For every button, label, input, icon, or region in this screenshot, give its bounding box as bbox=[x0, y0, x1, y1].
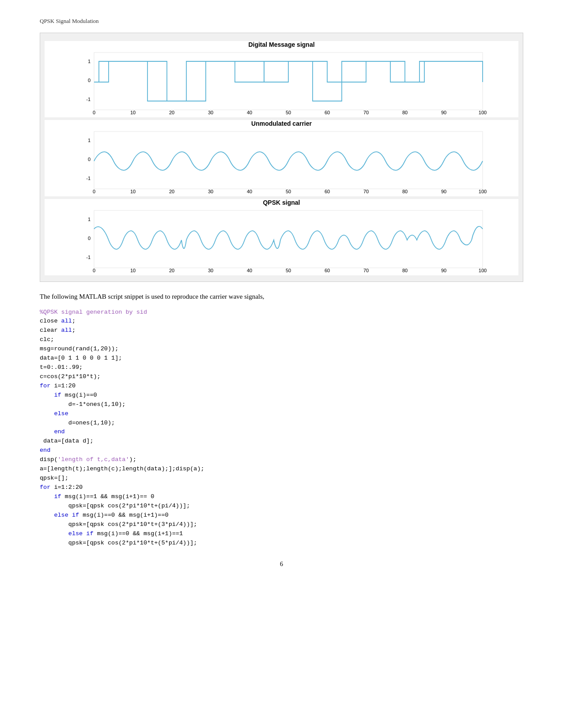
code-line: data=[data d]; bbox=[40, 437, 523, 446]
svg-text:0: 0 bbox=[92, 189, 95, 194]
svg-text:0: 0 bbox=[87, 157, 90, 162]
svg-text:20: 20 bbox=[169, 110, 174, 115]
code-line: else if msg(i)==0 && msg(i+1)==0 bbox=[40, 511, 523, 520]
svg-text:80: 80 bbox=[402, 110, 407, 115]
svg-text:20: 20 bbox=[169, 268, 174, 273]
code-line: d=ones(1,10); bbox=[40, 419, 523, 428]
svg-text:90: 90 bbox=[441, 268, 446, 273]
svg-text:30: 30 bbox=[208, 110, 213, 115]
svg-text:40: 40 bbox=[246, 110, 252, 115]
code-line: if msg(i)==0 bbox=[40, 391, 523, 400]
code-line: c=cos(2*pi*10*t); bbox=[40, 372, 523, 382]
plot-title-carrier: Unmodulated carrier bbox=[45, 120, 518, 127]
svg-text:60: 60 bbox=[324, 189, 329, 194]
svg-text:90: 90 bbox=[441, 110, 446, 115]
code-line: t=0:.01:.99; bbox=[40, 363, 523, 372]
svg-text:70: 70 bbox=[363, 268, 368, 273]
code-line: qpsk=[]; bbox=[40, 474, 523, 483]
svg-text:1: 1 bbox=[87, 59, 90, 64]
code-line: clear all; bbox=[40, 326, 523, 335]
svg-text:0: 0 bbox=[92, 110, 95, 115]
paragraph-text: The following MATLAB script snippet is u… bbox=[40, 293, 264, 300]
svg-text:-1: -1 bbox=[86, 97, 91, 102]
code-line: msg=round(rand(1,20)); bbox=[40, 345, 523, 354]
code-line: qpsk=[qpsk cos(2*pi*10*t+(pi/4))]; bbox=[40, 502, 523, 511]
svg-text:0: 0 bbox=[87, 236, 90, 241]
svg-digital: 1 0 -1 0 10 20 30 40 50 60 70 80 90 100 bbox=[70, 49, 494, 117]
svg-text:10: 10 bbox=[130, 189, 135, 194]
svg-text:90: 90 bbox=[441, 189, 446, 194]
svg-text:30: 30 bbox=[208, 189, 213, 194]
code-line: qpsk=[qpsk cos(2*pi*10*t+(3*pi/4))]; bbox=[40, 520, 523, 529]
code-line: %QPSK signal generation by sid bbox=[40, 308, 523, 317]
code-line: end bbox=[40, 446, 523, 455]
svg-text:1: 1 bbox=[87, 138, 90, 143]
svg-text:-1: -1 bbox=[86, 255, 91, 260]
svg-text:50: 50 bbox=[285, 268, 291, 273]
svg-text:50: 50 bbox=[285, 110, 291, 115]
code-line: end bbox=[40, 428, 523, 437]
page-number-text: 6 bbox=[280, 561, 283, 567]
plot-carrier: Unmodulated carrier 1 0 -1 0 10 20 30 40… bbox=[45, 120, 518, 196]
code-line: else bbox=[40, 409, 523, 419]
code-line: data=[0 1 1 0 0 0 1 1]; bbox=[40, 354, 523, 363]
code-line: close all; bbox=[40, 317, 523, 326]
plot-title-digital: Digital Message signal bbox=[45, 41, 518, 48]
svg-carrier: 1 0 -1 0 10 20 30 40 50 60 70 80 90 100 bbox=[70, 128, 494, 196]
svg-text:100: 100 bbox=[478, 268, 486, 273]
code-line: for i=1:2:20 bbox=[40, 483, 523, 492]
svg-text:100: 100 bbox=[478, 189, 486, 194]
svg-qpsk: 1 0 -1 0 10 20 30 40 50 60 70 80 90 100 bbox=[70, 207, 494, 275]
code-line: if msg(i)==1 && msg(i+1)== 0 bbox=[40, 492, 523, 502]
plot-qpsk: QPSK signal 1 0 -1 0 10 20 30 40 50 60 7… bbox=[45, 199, 518, 275]
svg-text:0: 0 bbox=[87, 78, 90, 83]
svg-text:100: 100 bbox=[478, 110, 486, 115]
svg-text:40: 40 bbox=[246, 268, 252, 273]
svg-text:80: 80 bbox=[402, 189, 407, 194]
page-number: 6 bbox=[40, 561, 523, 568]
code-line: disp('length of t,c,data'); bbox=[40, 455, 523, 465]
svg-text:80: 80 bbox=[402, 268, 407, 273]
svg-text:50: 50 bbox=[285, 189, 291, 194]
plot-title-qpsk: QPSK signal bbox=[45, 199, 518, 206]
code-block: %QPSK signal generation by sidclose all;… bbox=[40, 308, 523, 548]
code-line: clc; bbox=[40, 335, 523, 345]
code-line: a=[length(t);length(c);length(data);];di… bbox=[40, 465, 523, 474]
svg-text:60: 60 bbox=[324, 110, 329, 115]
code-line: for i=1:20 bbox=[40, 382, 523, 391]
svg-text:1: 1 bbox=[87, 217, 90, 222]
intro-paragraph: The following MATLAB script snippet is u… bbox=[40, 292, 523, 302]
svg-text:70: 70 bbox=[363, 189, 368, 194]
svg-text:-1: -1 bbox=[86, 176, 91, 181]
page-header: QPSK Signal Modulation bbox=[40, 18, 523, 25]
code-line: d=-1*ones(1,10); bbox=[40, 400, 523, 409]
svg-text:60: 60 bbox=[324, 268, 329, 273]
svg-text:10: 10 bbox=[130, 110, 135, 115]
svg-text:70: 70 bbox=[363, 110, 368, 115]
svg-text:0: 0 bbox=[92, 268, 95, 273]
svg-text:40: 40 bbox=[246, 189, 252, 194]
header-title: QPSK Signal Modulation bbox=[40, 18, 99, 24]
svg-text:30: 30 bbox=[208, 268, 213, 273]
code-line: else if msg(i)==0 && msg(i+1)==1 bbox=[40, 529, 523, 539]
figure-container: Digital Message signal 1 0 -1 0 10 20 30… bbox=[40, 33, 523, 282]
plot-digital: Digital Message signal 1 0 -1 0 10 20 30… bbox=[45, 41, 518, 117]
svg-text:10: 10 bbox=[130, 268, 135, 273]
code-line: qpsk=[qpsk cos(2*pi*10*t+(5*pi/4))]; bbox=[40, 539, 523, 548]
svg-text:20: 20 bbox=[169, 189, 174, 194]
